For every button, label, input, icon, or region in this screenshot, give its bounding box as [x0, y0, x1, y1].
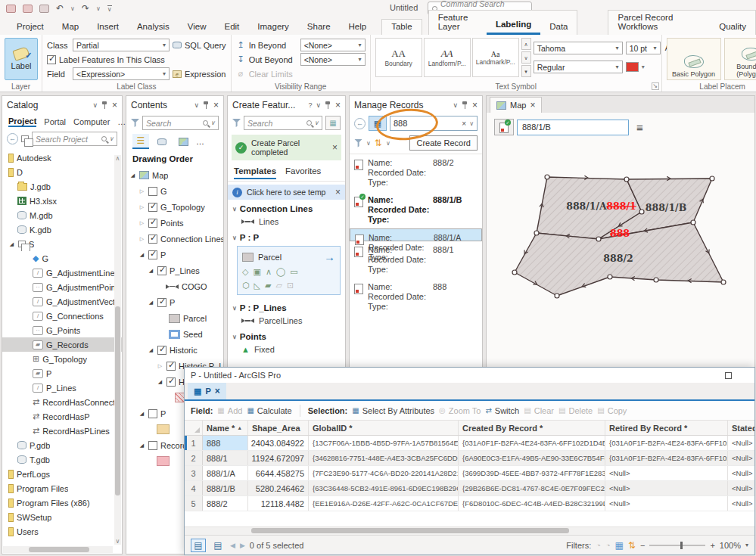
catalog-item-g-adjustmentpoints[interactable]: ··G_AdjustmentPoints	[2, 280, 122, 294]
calculate-button[interactable]: ▦Calculate	[247, 406, 291, 415]
history-icon[interactable]	[21, 135, 29, 142]
switch-selection-button[interactable]: ⇄Switch	[485, 406, 519, 415]
expand-icon[interactable]: ◢	[157, 379, 163, 385]
layer-connection-lines[interactable]: ▷Connection Lines	[126, 231, 223, 247]
open-project-icon[interactable]	[23, 5, 33, 13]
clear-limits-button[interactable]: Clear Limits	[249, 70, 293, 79]
catalog-item-recordhasconnect[interactable]: ⇄RecordHasConnect	[2, 395, 122, 409]
manage-templates-icon[interactable]: ▦	[325, 116, 341, 130]
sort-icon[interactable]: ⇅	[628, 540, 636, 551]
back-icon[interactable]: ←	[354, 118, 366, 129]
tab-table[interactable]: Table	[382, 20, 422, 35]
cell-name[interactable]: 888/1/A	[203, 466, 248, 480]
select-by-attributes-button[interactable]: ▦Select By Attributes	[352, 406, 434, 415]
panel-menu-icon[interactable]: ∨	[453, 101, 458, 109]
map-view-tab[interactable]: Map ×	[490, 97, 542, 113]
catalog-tab-more-icon[interactable]: …	[117, 117, 126, 126]
catalog-item-jgdb[interactable]: J.gdb	[2, 179, 122, 194]
tab-favorites[interactable]: Favorites	[285, 165, 321, 179]
forward-arrow-icon[interactable]: →	[324, 250, 335, 263]
catalog-item-p[interactable]: ▰P	[2, 366, 122, 381]
cell-retired[interactable]: {031A0F1F-B2FA-4E24-83FA-6FF102D1D4EA}	[605, 436, 728, 450]
record-item-selected[interactable]: Name:888/1/A Recorded Date: Type:	[350, 228, 482, 241]
add-field-button[interactable]: ▦Add	[217, 406, 242, 415]
field-select[interactable]: <Expression>▾	[73, 67, 170, 80]
catalog-item-tgdb[interactable]: T.gdb	[2, 452, 122, 467]
catalog-item-g-points[interactable]: ··G_Points	[2, 323, 122, 337]
layer-points[interactable]: ▷Points	[126, 215, 223, 231]
cell-globalid[interactable]: {7FC23E90-5177-4C6A-BD20-220141A28D21}	[309, 466, 459, 480]
catalog-item-kgdb[interactable]: K.gdb	[2, 222, 122, 237]
cell-shape-area[interactable]: 5280.246462	[248, 481, 309, 495]
table-view-icon[interactable]: ▤	[191, 539, 206, 552]
range-filter-icon[interactable]: ◔	[605, 541, 611, 550]
filter-icon[interactable]	[131, 119, 139, 127]
contents-more-icon[interactable]: …	[196, 137, 204, 146]
form-view-icon[interactable]: ▤	[210, 539, 226, 552]
panel-menu-icon[interactable]: ∨	[194, 101, 199, 109]
catalog-item-recordhasp[interactable]: ⇄RecordHasP	[2, 409, 122, 424]
zoom-to-button[interactable]: ◎Zoom To	[439, 406, 481, 415]
cell-shape-area[interactable]: 12118.4482	[248, 496, 309, 511]
catalog-item-recordhasplines[interactable]: ⇄RecordHasPLines	[2, 424, 122, 438]
close-icon[interactable]: ×	[472, 100, 478, 110]
column-name[interactable]: Name *▲	[203, 421, 248, 435]
save-project-icon[interactable]	[6, 5, 16, 13]
info-bar[interactable]: i Click here to see temp ×	[228, 185, 345, 200]
redo-dropdown-icon[interactable]: ∨	[96, 5, 101, 12]
catalog-item-h3xlsx[interactable]: H3.xlsx	[2, 194, 122, 208]
record-item[interactable]: Name:888/2 Recorded Date: Type:	[350, 154, 482, 191]
catalog-item-users[interactable]: Users	[2, 524, 122, 539]
catalog-item-perflogs[interactable]: PerfLogs	[2, 467, 122, 481]
cell-name[interactable]: 888	[203, 436, 248, 450]
contents-search-input[interactable]: Search ∨	[142, 116, 219, 130]
boundary-polygon-button[interactable]: Boundary (Polygon)	[724, 38, 756, 80]
first-record-icon[interactable]: ◀	[230, 542, 235, 549]
catalog-horizontal-scrollbar[interactable]	[3, 546, 113, 553]
tool-trace-icon[interactable]: ▱	[276, 281, 282, 290]
cell-retired[interactable]: {031A0F1F-B2FA-4E24-83FA-6FF102D1D4EA}	[605, 451, 728, 465]
panel-menu-icon[interactable]: ∨	[316, 101, 321, 109]
close-icon[interactable]: ×	[213, 100, 219, 110]
template-card-parcel[interactable]: Parcel → ◇ ▣ ∧ ◯ ▭ ⬡ ◺ ▰ ▱ ⊡	[237, 246, 341, 295]
redo-icon[interactable]: ↷	[82, 3, 89, 14]
in-beyond-select[interactable]: <None>▾	[300, 39, 366, 51]
tab-parcel-record-workflows[interactable]: Parcel Record Workflows	[608, 11, 710, 35]
row-number[interactable]: 2	[185, 451, 203, 465]
column-stated-area[interactable]: Stated A	[728, 421, 754, 435]
cell-created[interactable]: {3699D39D-45EE-4BB7-9372-4FF78F1E283D}	[459, 466, 605, 480]
zoom-slider-handle[interactable]	[680, 542, 683, 549]
clear-selection-button[interactable]: ▤Clear	[524, 406, 554, 415]
column-globalid[interactable]: GlobalID *	[309, 421, 459, 435]
layer-checkbox[interactable]	[166, 377, 176, 387]
row-number[interactable]: 5	[185, 496, 203, 511]
list-by-drawing-order-icon[interactable]: ☰	[132, 134, 149, 149]
tool-rightangle-icon[interactable]: ◺	[254, 281, 260, 290]
layer-checkbox[interactable]	[166, 362, 176, 371]
cell-globalid[interactable]: {EE1E916A-D26E-42FF-A62C-0CA1CF67DE70}	[309, 496, 459, 511]
pin-icon[interactable]	[101, 101, 108, 109]
tool-vertex-icon[interactable]: ∧	[266, 267, 272, 277]
tab-project[interactable]: Project	[8, 20, 53, 35]
layer-checkbox[interactable]	[148, 203, 157, 212]
layer-p-group[interactable]: ◢P	[126, 247, 223, 262]
catalog-item-g-adjustmentvectors[interactable]: /G_AdjustmentVecto	[2, 294, 122, 309]
cell-stated[interactable]: <Null>	[728, 481, 754, 495]
cell-shape-area[interactable]: 24043.084922	[248, 436, 309, 450]
layer-checkbox[interactable]	[157, 266, 166, 275]
basic-polygon-button[interactable]: Basic Polygon	[667, 38, 721, 80]
collapse-icon[interactable]: ▷	[157, 363, 163, 369]
font-style-select[interactable]: Regular▾	[534, 61, 623, 73]
cell-name[interactable]: 888/1	[203, 451, 248, 465]
layer-map[interactable]: ◢Map	[126, 167, 223, 183]
close-icon[interactable]: ×	[332, 142, 338, 153]
last-record-icon[interactable]: ▶	[240, 542, 245, 549]
table-row[interactable]: 1 888 24043.084922 {13C7F06A-1BBB-4B5D-9…	[185, 436, 754, 451]
template-group-p-p[interactable]: ∨P : P	[228, 228, 345, 244]
catalog-item-autodesk[interactable]: Autodesk	[2, 151, 122, 165]
catalog-item-program-files-x86[interactable]: Program Files (x86)	[2, 495, 122, 510]
record-item-active[interactable]: Name:888/1/B Recorded Date: Type:	[350, 191, 482, 228]
record-view-toggle-icon[interactable]: ▦	[369, 116, 387, 131]
tab-quality[interactable]: Quality	[710, 20, 755, 35]
tab-map[interactable]: Map	[53, 20, 88, 35]
